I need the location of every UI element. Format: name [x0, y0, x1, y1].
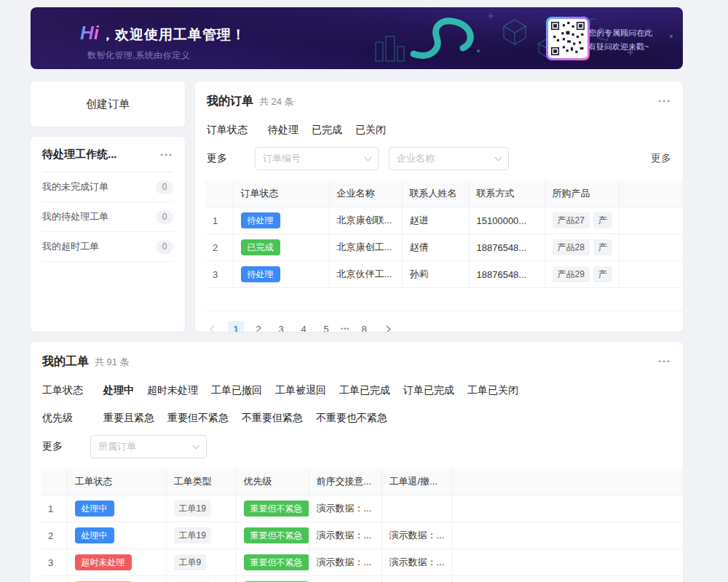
column-header: 工单退/撤...	[381, 469, 451, 495]
more-icon[interactable]: ···	[658, 95, 671, 106]
phone-cell: 15100000...	[469, 207, 545, 234]
next-page-button[interactable]	[379, 321, 395, 332]
more-icon[interactable]: ···	[160, 149, 173, 160]
priority-option-important-not-urgent[interactable]: 重要但不紧急	[167, 412, 229, 425]
pending-stats-card: 待处理工作统... ··· 我的未完成订单 0 我的待处理工单 0 我的超时工单…	[31, 137, 185, 332]
my-tickets-panel: 我的工单 共 91 条 ··· 工单状态 处理中 超时未处理 工单已撤回 工单被…	[31, 342, 683, 582]
pagination-ellipsis-icon[interactable]: •••	[341, 325, 349, 332]
order-id-select[interactable]: 订单编号	[255, 147, 379, 170]
chevron-down-icon	[365, 154, 372, 161]
order-status-label: 订单状态	[207, 124, 255, 137]
column-header: 工单状态	[67, 469, 166, 495]
column-header-index	[41, 469, 67, 495]
page-button-1[interactable]: 1	[228, 321, 244, 332]
qr-code	[546, 17, 590, 60]
table-filler-row	[205, 288, 683, 311]
page-button-3[interactable]: 3	[273, 321, 289, 332]
orders-total-count: 共 24 条	[259, 95, 294, 108]
ticket-status-filter-row: 工单状态 处理中 超时未处理 工单已撤回 工单被退回 工单已完成 订单已完成 工…	[42, 384, 671, 397]
more-filters-label: 更多	[207, 152, 255, 165]
priority-filter-row: 优先级 重要且紧急 重要但不紧急 不重要但紧急 不重要也不紧急	[42, 412, 671, 425]
contact-cell: 孙莉	[402, 261, 469, 288]
product-tag: 产品27	[553, 212, 590, 228]
order-status-filter-row: 订单状态 待处理 已完成 已关闭	[207, 124, 671, 137]
order-status-option-pending[interactable]: 待处理	[268, 124, 298, 137]
more-icon[interactable]: ···	[658, 356, 671, 367]
stats-item-unfinished-orders[interactable]: 我的未完成订单 0	[42, 172, 173, 202]
stats-item-label: 我的待处理工单	[42, 210, 108, 223]
company-name-placeholder: 企业名称	[397, 152, 435, 165]
orders-table: 订单状态 企业名称 联系人姓名 联系方式 所购产品 1 待处理 北京康创联...…	[205, 180, 683, 311]
ticket-status-option-closed[interactable]: 工单已关闭	[467, 384, 518, 397]
ticket-row[interactable]: 1 处理中 工单19 重要但不紧急 演示数据：...	[41, 495, 683, 522]
status-badge: 待处理	[241, 212, 280, 228]
more-link[interactable]: 更多	[651, 152, 671, 165]
column-header-index	[205, 180, 233, 207]
order-status-option-closed[interactable]: 已关闭	[355, 124, 386, 137]
qr-caption: 您的专属顾问在此 有疑问欢迎来戳~	[588, 26, 658, 53]
stats-item-pending-tickets[interactable]: 我的待处理工单 0	[42, 202, 173, 232]
order-status-option-done[interactable]: 已完成	[312, 124, 342, 137]
stats-item-overtime-tickets[interactable]: 我的超时工单 0	[42, 232, 173, 262]
banner-welcome-text: ，欢迎使用工单管理！	[100, 25, 246, 44]
ticket-status-option-processing[interactable]: 处理中	[103, 384, 134, 397]
ticket-row[interactable]: 4 工单已撤回 工单16 重要但不紧急 演示数据：... 演示数据：...	[41, 576, 683, 582]
return-note-cell: 演示数据：...	[381, 522, 451, 549]
tickets-table-header-row: 工单状态 工单类型 优先级 前序交接意... 工单退/撤...	[41, 469, 683, 495]
left-sidebar: 创建订单 待处理工作统... ··· 我的未完成订单 0 我的待处理工单 0 我…	[31, 81, 185, 332]
prev-note-cell: 演示数据：...	[309, 576, 381, 582]
page-button-4[interactable]: 4	[296, 321, 312, 332]
count-badge: 0	[156, 210, 173, 224]
create-order-button[interactable]: 创建订单	[31, 81, 185, 127]
company-name-select[interactable]: 企业名称	[389, 147, 509, 170]
qr-caption-line1: 您的专属顾问在此	[588, 26, 658, 40]
my-orders-panel: 我的订单 共 24 条 ··· 订单状态 待处理 已完成 已关闭 更多 订单编号…	[195, 81, 683, 332]
priority-option-not-important-urgent[interactable]: 不重要但紧急	[242, 412, 303, 425]
ticket-row[interactable]: 3 超时未处理 工单9 重要但不紧急 演示数据：... 演示数据：...	[41, 549, 683, 576]
banner-hi: Hi	[80, 22, 99, 44]
priority-option-important-urgent[interactable]: 重要且紧急	[103, 412, 154, 425]
ticket-status-option-withdrawn[interactable]: 工单已撤回	[211, 384, 262, 397]
ticket-status-option-overtime[interactable]: 超时未处理	[147, 384, 198, 397]
ticket-status-option-order-done[interactable]: 订单已完成	[403, 384, 454, 397]
chevron-down-icon	[495, 154, 502, 161]
chevron-down-icon	[193, 442, 200, 449]
priority-label: 优先级	[42, 412, 90, 425]
order-row[interactable]: 1 待处理 北京康创联... 赵进 15100000... 产品27产	[205, 207, 683, 234]
tickets-total-count: 共 91 条	[95, 356, 130, 369]
ticket-row[interactable]: 2 处理中 工单19 重要但不紧急 演示数据：... 演示数据：...	[41, 522, 683, 549]
phone-cell: 18876548...	[469, 261, 545, 288]
prev-note-cell: 演示数据：...	[309, 495, 381, 522]
products-cell: 产品29产	[545, 261, 619, 288]
ticket-status-option-ticket-done[interactable]: 工单已完成	[339, 384, 390, 397]
ticket-status-option-returned[interactable]: 工单被退回	[275, 384, 326, 397]
column-header: 工单类型	[166, 469, 236, 495]
status-badge: 待处理	[241, 266, 280, 282]
ticket-type-tag: 工单19	[174, 501, 211, 517]
page-button-5[interactable]: 5	[318, 321, 334, 332]
banner-text: Hi ，欢迎使用工单管理！ 数智化管理,系统由你定义	[80, 22, 246, 62]
parent-order-select[interactable]: 所属订单	[90, 435, 207, 458]
product-tag: 产	[593, 266, 612, 282]
status-badge: 处理中	[75, 501, 114, 517]
column-header: 所购产品	[545, 180, 619, 207]
order-row[interactable]: 2 已完成 北京康创工... 赵倩 18876548... 产品28产	[205, 234, 683, 261]
priority-option-not-important-not-urgent[interactable]: 不重要也不紧急	[316, 412, 387, 425]
page-button-last[interactable]: 8	[356, 321, 372, 332]
chevron-right-icon	[384, 325, 391, 332]
prev-note-cell: 演示数据：...	[309, 522, 381, 549]
ticket-status-label: 工单状态	[42, 384, 90, 397]
order-id-placeholder: 订单编号	[263, 152, 301, 165]
column-header: 企业名称	[329, 180, 402, 207]
company-cell: 北京伙伴工...	[329, 261, 402, 288]
prev-page-button[interactable]	[205, 321, 221, 332]
orders-panel-title: 我的订单	[207, 94, 253, 109]
page-button-2[interactable]: 2	[250, 321, 266, 332]
tickets-panel-header: 我的工单 共 91 条 ···	[31, 342, 683, 370]
qr-caption-line2: 有疑问欢迎来戳~	[588, 40, 658, 54]
order-row[interactable]: 3 待处理 北京伙伴工... 孙莉 18876548... 产品29产	[205, 261, 683, 288]
row-index: 2	[205, 234, 233, 261]
count-badge: 0	[156, 180, 173, 194]
tickets-table: 工单状态 工单类型 优先级 前序交接意... 工单退/撤... 1 处理中 工单…	[41, 469, 683, 582]
column-header: 优先级	[236, 469, 309, 495]
